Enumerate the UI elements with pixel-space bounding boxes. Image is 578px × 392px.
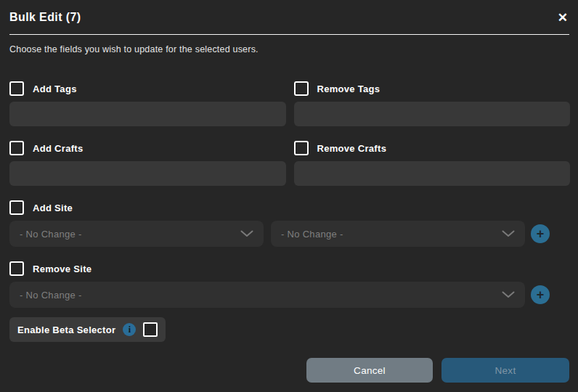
remove-tags-checkbox[interactable] [294, 81, 309, 96]
add-site-dropdown-1-value: - No Change - [20, 229, 82, 240]
add-crafts-label: Add Crafts [33, 143, 83, 154]
beta-selector-row: Enable Beta Selector i [0, 317, 578, 342]
add-site-dropdown-2[interactable]: - No Change - [271, 221, 525, 247]
beta-selector-label: Enable Beta Selector [17, 324, 115, 335]
add-site-plus-icon[interactable]: + [531, 224, 550, 243]
remove-site-dropdown-value: - No Change - [20, 290, 82, 301]
add-crafts-input[interactable] [9, 161, 286, 186]
add-site-checkbox[interactable] [9, 200, 24, 215]
add-site-dropdown-row: - No Change - - No Change - + [9, 221, 570, 247]
tags-checkbox-row: Add Tags Remove Tags [9, 81, 570, 96]
remove-site-dropdown[interactable]: - No Change - [9, 282, 525, 308]
add-site-label: Add Site [33, 203, 73, 213]
remove-site-checkbox[interactable] [9, 261, 24, 276]
add-crafts-checkbox[interactable] [9, 141, 24, 155]
beta-selector-chip: Enable Beta Selector i [9, 317, 166, 342]
remove-crafts-label: Remove Crafts [317, 143, 387, 154]
remove-crafts-checkbox[interactable] [294, 141, 309, 155]
remove-site-label: Remove Site [33, 264, 91, 274]
chevron-down-icon [502, 291, 515, 298]
crafts-checkbox-row: Add Crafts Remove Crafts [9, 141, 570, 155]
info-icon[interactable]: i [123, 323, 136, 336]
page-title: Bulk Edit (7) [9, 11, 81, 24]
remove-site-field: Remove Site [9, 261, 286, 276]
remove-crafts-field: Remove Crafts [294, 141, 571, 155]
remove-site-dropdown-row: - No Change - + [9, 282, 570, 308]
remove-tags-input[interactable] [294, 102, 571, 126]
tags-input-row [9, 102, 570, 126]
add-site-dropdown-1[interactable]: - No Change - [9, 221, 264, 247]
remove-crafts-input[interactable] [294, 161, 571, 186]
next-button[interactable]: Next [441, 358, 569, 383]
add-site-checkbox-row: Add Site [9, 200, 570, 215]
remove-site-checkbox-row: Remove Site [9, 261, 570, 276]
remove-site-plus-icon[interactable]: + [531, 285, 550, 304]
modal-description: Choose the fields you wish to update for… [9, 44, 569, 54]
add-site-field: Add Site [9, 200, 286, 215]
add-tags-field: Add Tags [9, 81, 286, 96]
header-divider [9, 34, 569, 35]
beta-selector-checkbox[interactable] [143, 322, 158, 337]
add-tags-label: Add Tags [33, 83, 77, 94]
modal-footer: Cancel Next [9, 358, 569, 383]
crafts-input-row [9, 161, 570, 186]
modal-header: Bulk Edit (7) ✕ [9, 0, 569, 25]
add-tags-input[interactable] [9, 102, 286, 126]
bulk-edit-modal: Bulk Edit (7) ✕ Choose the fields you wi… [0, 0, 578, 392]
chevron-down-icon [240, 230, 253, 237]
cancel-button[interactable]: Cancel [306, 358, 433, 383]
remove-tags-label: Remove Tags [317, 83, 380, 94]
add-tags-checkbox[interactable] [9, 81, 24, 96]
add-site-dropdown-2-value: - No Change - [281, 229, 343, 240]
remove-tags-field: Remove Tags [294, 81, 571, 96]
chevron-down-icon [502, 230, 515, 237]
close-icon[interactable]: ✕ [556, 10, 569, 25]
add-crafts-field: Add Crafts [9, 141, 286, 155]
